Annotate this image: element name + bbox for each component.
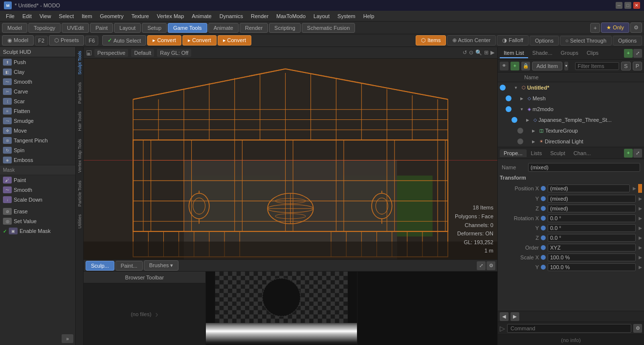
tab-shade[interactable]: Shade... <box>529 48 556 58</box>
tab-sculpt-bottom[interactable]: Sculp... <box>86 261 114 271</box>
pos-z-arrow[interactable]: ▶ <box>639 206 642 211</box>
browser-expand-icon[interactable]: › <box>155 309 158 320</box>
rot-y-indicator[interactable] <box>541 226 546 230</box>
tool-tangent-pinch[interactable]: ⊛ Tangent Pinch <box>0 136 75 145</box>
expand-texture[interactable]: ▶ <box>529 126 538 135</box>
f2-button[interactable]: F2 <box>35 36 48 46</box>
scale-x-arrow[interactable]: ▶ <box>639 255 642 260</box>
tree-row-m2modo[interactable]: ▼ ◈ m2modo <box>504 104 644 115</box>
vp-rotate-icon[interactable]: ↺ <box>463 49 467 56</box>
rot-x-arrow[interactable]: ▶ <box>639 216 642 221</box>
menu-select[interactable]: Select <box>55 12 78 20</box>
tool-smooth[interactable]: 〜 Smooth <box>0 77 75 87</box>
rot-z-value[interactable]: 0.0 ° <box>548 234 636 242</box>
tree-row-texture[interactable]: ▶ ◫ TextureGroup <box>515 125 644 136</box>
pos-y-indicator[interactable] <box>541 196 546 201</box>
vert-tab-vertexmap[interactable]: Vertex Map Tools <box>76 135 83 177</box>
tool-clay[interactable]: ◧ Clay <box>0 67 75 77</box>
tool-emboss[interactable]: ◈ Emboss <box>0 155 75 165</box>
vis-light[interactable] <box>517 138 523 144</box>
vp-more-icon[interactable]: ▶ <box>490 49 494 56</box>
vp-fit-icon[interactable]: ⊞ <box>484 49 489 56</box>
tree-row-untitled[interactable]: ▼ ⬡ Untitled* <box>498 82 644 93</box>
scale-x-indicator[interactable] <box>541 255 546 260</box>
expand-untitled[interactable]: ▼ <box>511 83 520 92</box>
menu-system[interactable]: System <box>333 12 359 20</box>
menu-layout[interactable]: Layout <box>310 12 333 20</box>
tool-scale-down[interactable]: ↓ Scale Down <box>0 195 75 205</box>
props-tab-channels[interactable]: Chan... <box>570 149 595 157</box>
plus-button[interactable]: + <box>590 23 600 33</box>
tab-layout[interactable]: Layout <box>114 23 141 33</box>
menu-edit[interactable]: Edit <box>19 12 36 20</box>
name-input[interactable] <box>528 163 640 172</box>
viewport[interactable]: ≡ Perspective Default Ray GL: Off ↺ ⊙ 🔍 … <box>84 47 497 259</box>
tab-animate[interactable]: Animate <box>208 23 239 33</box>
pos-z-indicator[interactable] <box>541 206 546 211</box>
tree-row-temple[interactable]: ▶ ◇ Japanese_Temple_Three_St... <box>510 115 644 125</box>
tab-model[interactable]: Model <box>2 23 27 33</box>
vis-m2modo[interactable] <box>506 106 511 112</box>
vp-reset-icon[interactable]: ⊙ <box>469 49 473 56</box>
layout-settings-button[interactable]: ⚙ <box>630 23 642 33</box>
scale-y-indicator[interactable] <box>541 265 546 270</box>
item-vis-col-toggle[interactable]: 👁 <box>500 62 509 70</box>
minimize-button[interactable]: ─ <box>616 2 622 9</box>
s-button[interactable]: S <box>621 62 630 70</box>
scale-y-value[interactable]: 100.0 % <box>548 263 636 271</box>
tab-topology[interactable]: Topology <box>28 23 61 33</box>
props-tab-properties[interactable]: Prope... <box>500 149 527 157</box>
model-mode-button[interactable]: ◉ Model <box>2 35 34 46</box>
command-settings-button[interactable]: ⚙ <box>633 324 642 333</box>
pos-x-value[interactable]: (mixed) <box>548 184 630 192</box>
tab-uvedit[interactable]: UVEdit <box>62 23 89 33</box>
menu-render[interactable]: Render <box>247 12 272 20</box>
vis-mesh[interactable] <box>506 95 511 101</box>
autoselect-button[interactable]: ✓ Auto Select <box>102 35 146 46</box>
bottom-settings-button[interactable]: ⚙ <box>487 261 495 270</box>
item-list-add-button[interactable]: + <box>624 49 633 58</box>
action-center-button[interactable]: ⊕ Action Center <box>447 35 496 46</box>
menu-item[interactable]: Item <box>78 12 96 20</box>
tool-carve[interactable]: ✂ Carve <box>0 87 75 96</box>
options-button-2[interactable]: Options <box>613 36 642 46</box>
expand-light[interactable]: ▶ <box>529 137 538 146</box>
menu-maxtomodo[interactable]: MaxToModo <box>272 12 310 20</box>
menu-texture[interactable]: Texture <box>128 12 153 20</box>
tab-gametools[interactable]: Game Tools <box>168 23 207 33</box>
viewport-canvas[interactable]: 18 Items Polygons : Face Channels: 0 Def… <box>84 59 497 259</box>
viewport-menu-icon[interactable]: ≡ <box>87 50 91 55</box>
rot-y-arrow[interactable]: ▶ <box>639 226 642 230</box>
menu-animate[interactable]: Animate <box>188 12 215 20</box>
tab-setup[interactable]: Setup <box>142 23 167 33</box>
convert-button-3[interactable]: ▸ Convert <box>218 35 252 46</box>
nav-next-button[interactable]: ▶ <box>511 312 519 321</box>
menu-view[interactable]: View <box>36 12 55 20</box>
tab-scripting[interactable]: Scripting <box>269 23 301 33</box>
tab-groups[interactable]: Groups <box>557 48 582 58</box>
tool-mask-smooth[interactable]: 〜 Smooth <box>0 185 75 195</box>
tool-smudge[interactable]: ⤳ Smudge <box>0 116 75 126</box>
tool-enable-mask[interactable]: ✓ ▣ Enable Mask <box>0 226 75 236</box>
convert-button-2[interactable]: ▸ Convert <box>182 35 217 46</box>
menu-help[interactable]: Help <box>359 12 378 20</box>
props-expand-button[interactable]: ⤢ <box>633 149 642 158</box>
order-value[interactable]: XYZ <box>548 244 636 252</box>
vis-temple[interactable] <box>511 117 517 123</box>
tool-spin[interactable]: ↻ Spin <box>0 145 75 155</box>
filter-items-input[interactable] <box>575 62 619 70</box>
tool-mask-paint[interactable]: 🖌 Paint <box>0 175 75 185</box>
pos-z-value[interactable]: (mixed) <box>548 205 636 212</box>
tool-scar[interactable]: ⟨ Scar <box>0 96 75 106</box>
items-button[interactable]: ⬡ Items <box>416 35 446 46</box>
expand-m2modo[interactable]: ▼ <box>517 105 526 114</box>
tool-push[interactable]: ⬆ Push <box>0 57 75 67</box>
props-tab-sculpt[interactable]: Sculpt <box>546 149 569 157</box>
tree-row-light[interactable]: ▶ ☀ Directional Light <box>515 136 644 147</box>
scale-y-arrow[interactable]: ▶ <box>639 265 642 270</box>
tab-item-list[interactable]: Item List <box>500 48 528 58</box>
item-lock-button[interactable]: 🔒 <box>521 62 530 70</box>
rot-z-arrow[interactable]: ▶ <box>639 235 642 240</box>
pos-x-arrow[interactable]: ▶ <box>633 186 636 191</box>
menu-dynamics[interactable]: Dynamics <box>216 12 247 20</box>
